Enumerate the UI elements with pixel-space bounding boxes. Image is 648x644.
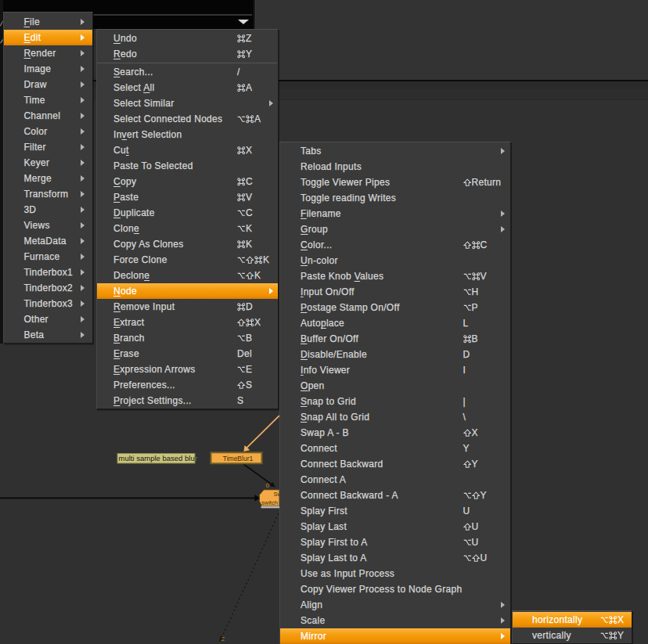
svg-text:multi sample based blu: multi sample based blu	[119, 454, 195, 462]
svg-text:r: r	[195, 454, 197, 462]
svg-text:2: 2	[221, 635, 225, 642]
svg-text:0: 0	[266, 482, 270, 489]
svg-text:switch: switch	[261, 499, 278, 506]
svg-text:TimeBlur1: TimeBlur1	[223, 455, 254, 462]
